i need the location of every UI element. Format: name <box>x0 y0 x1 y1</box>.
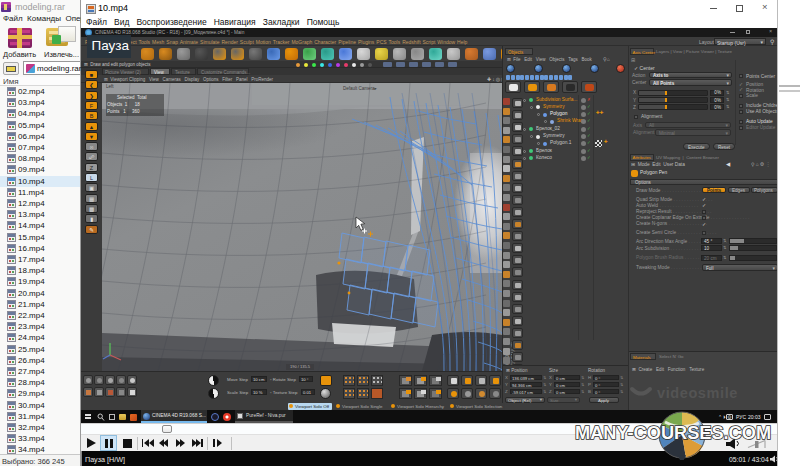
svg-text:MANY-COURSES.COM: MANY-COURSES.COM <box>575 423 771 443</box>
svg-text:videosmile: videosmile <box>657 385 738 401</box>
